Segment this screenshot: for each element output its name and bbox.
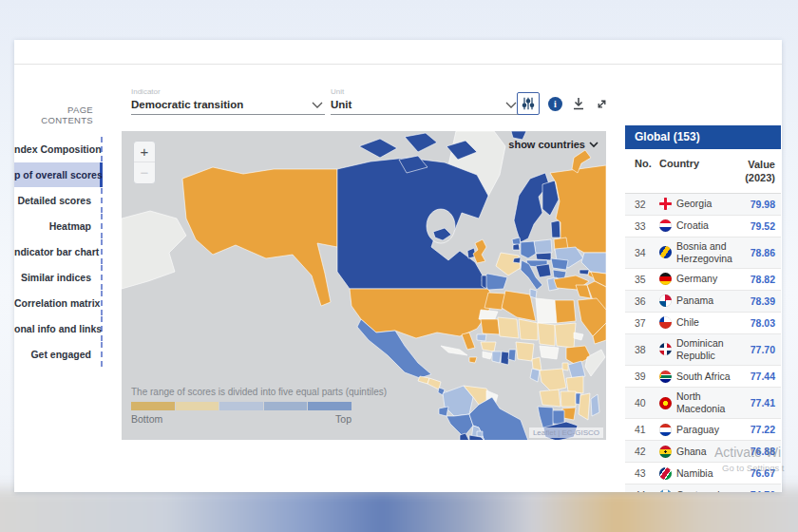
sidebar-item-4[interactable]: ndicator bar chart bbox=[14, 239, 103, 264]
panama-flag-icon bbox=[659, 294, 672, 307]
filter-sliders-button[interactable] bbox=[517, 92, 540, 115]
legend-description: The range of scores is divided into five… bbox=[131, 387, 387, 397]
desktop-background-band bbox=[0, 488, 798, 532]
ranking-table-panel: Global (153) No. Country Value (2023) 32… bbox=[625, 125, 781, 492]
table-row-germany[interactable]: 35Germany78.82 bbox=[625, 269, 781, 291]
page-top-bar bbox=[14, 40, 782, 65]
show-countries-dropdown[interactable]: show countries bbox=[508, 139, 598, 150]
show-countries-label: show countries bbox=[508, 139, 585, 150]
legend-bottom-label: Bottom bbox=[131, 413, 162, 425]
legend-segment-5 bbox=[308, 402, 352, 410]
country-value: 77.44 bbox=[739, 370, 775, 382]
country-name: Bosnia and Herzegovina bbox=[676, 240, 739, 265]
table-row-north-macedonia[interactable]: 40North Macedonia77.41 bbox=[625, 388, 781, 419]
sidebar-item-3[interactable]: Heatmap bbox=[14, 214, 103, 238]
sidebar-item-8[interactable]: Get engaged bbox=[14, 342, 103, 367]
unit-select[interactable]: Unit Unit bbox=[331, 87, 519, 115]
country-name: Guatemala bbox=[676, 489, 739, 492]
filter-sliders-icon bbox=[521, 96, 536, 111]
country-name: Paraguay bbox=[676, 424, 739, 436]
column-value: Value (2023) bbox=[735, 158, 775, 185]
country-name: Namibia bbox=[676, 467, 739, 480]
table-row-south-africa[interactable]: 39South Africa77.44 bbox=[625, 366, 781, 388]
download-button[interactable] bbox=[571, 96, 586, 111]
sidebar-item-6[interactable]: Correlation matrix bbox=[14, 291, 103, 315]
country-value: 78.82 bbox=[739, 274, 775, 285]
guatemala-flag-icon bbox=[659, 489, 672, 492]
sidebar-item-7[interactable]: onal info and links bbox=[14, 316, 103, 341]
rank-number: 41 bbox=[635, 424, 659, 435]
rank-number: 32 bbox=[635, 199, 659, 210]
chevron-down-icon bbox=[505, 102, 517, 109]
column-no: No. bbox=[635, 158, 659, 169]
info-icon[interactable] bbox=[548, 97, 562, 111]
country-value: 79.98 bbox=[739, 199, 775, 210]
country-value: 77.41 bbox=[739, 397, 775, 408]
fullscreen-button[interactable] bbox=[595, 97, 609, 111]
zoom-out-button[interactable]: − bbox=[134, 162, 155, 182]
map-legend: The range of scores is divided into five… bbox=[131, 387, 387, 425]
table-row-bosnia-and-herzegovina[interactable]: 34Bosnia and Herzegovina78.86 bbox=[625, 238, 781, 269]
south-africa-flag-icon bbox=[659, 370, 672, 383]
table-row-paraguay[interactable]: 41Paraguay77.22 bbox=[625, 419, 781, 441]
ghana-flag-icon bbox=[659, 446, 672, 458]
map-toolbar-icons bbox=[517, 92, 609, 115]
table-row-dominican-republic[interactable]: 38Dominican Republic77.70 bbox=[625, 334, 781, 366]
indicator-value: Democratic transition bbox=[131, 99, 243, 110]
legend-segment-3 bbox=[219, 402, 263, 410]
country-value: 76.88 bbox=[739, 446, 775, 457]
indicator-select[interactable]: Indicator Democratic transition bbox=[131, 87, 325, 115]
sidebar-item-2[interactable]: Detailed scores bbox=[14, 188, 103, 213]
sidebar-item-5[interactable]: Similar indices bbox=[14, 265, 103, 290]
country-value: 76.67 bbox=[739, 467, 775, 479]
country-name: Panama bbox=[676, 294, 739, 307]
rank-number: 39 bbox=[635, 370, 659, 382]
sidebar-title: PAGE CONTENTS bbox=[14, 104, 103, 125]
georgia-flag-icon bbox=[659, 198, 672, 210]
germany-flag-icon bbox=[659, 273, 672, 285]
zoom-in-button[interactable]: + bbox=[134, 142, 155, 162]
page-contents-sidebar: PAGE CONTENTS ndex Compositionp of overa… bbox=[14, 104, 103, 368]
choropleth-world-map[interactable]: + − show countries The range of scores i… bbox=[122, 131, 606, 440]
country-value: 77.22 bbox=[739, 424, 775, 435]
croatia-flag-icon bbox=[659, 219, 672, 232]
country-name: Dominican Republic bbox=[676, 337, 739, 362]
rank-number: 40 bbox=[635, 397, 659, 408]
rank-number: 34 bbox=[635, 247, 659, 258]
chile-flag-icon bbox=[659, 316, 672, 329]
country-name: Georgia bbox=[676, 198, 739, 210]
indicator-label: Indicator bbox=[131, 87, 325, 96]
country-value: 79.52 bbox=[739, 220, 775, 232]
namibia-flag-icon bbox=[659, 467, 672, 480]
rank-number: 36 bbox=[635, 295, 659, 307]
table-row-croatia[interactable]: 33Croatia79.52 bbox=[625, 216, 781, 238]
table-row-georgia[interactable]: 32Georgia79.98 bbox=[625, 194, 781, 216]
country-name: South Africa bbox=[676, 370, 739, 383]
table-row-namibia[interactable]: 43Namibia76.67 bbox=[625, 463, 781, 484]
sidebar-item-list: ndex Compositionp of overall scoresDetai… bbox=[14, 137, 103, 367]
sidebar-item-0[interactable]: ndex Composition bbox=[14, 137, 103, 162]
unit-value: Unit bbox=[331, 99, 352, 110]
table-row-chile[interactable]: 37Chile78.03 bbox=[625, 313, 781, 334]
rank-number: 37 bbox=[635, 317, 659, 329]
country-name: Croatia bbox=[676, 219, 739, 232]
table-column-headers: No. Country Value (2023) bbox=[625, 149, 781, 194]
chevron-down-icon bbox=[312, 102, 323, 109]
sidebar-item-1[interactable]: p of overall scores bbox=[14, 162, 103, 187]
table-row-panama[interactable]: 36Panama78.39 bbox=[625, 291, 781, 313]
table-row-ghana[interactable]: 42Ghana76.88 bbox=[625, 441, 781, 463]
map-attribution: Leaflet | EC-GISCO bbox=[529, 428, 603, 438]
bosnia-and-herzegovina-flag-icon bbox=[659, 246, 672, 258]
page-card: PAGE CONTENTS ndex Compositionp of overa… bbox=[14, 40, 782, 492]
dominican-republic-flag-icon bbox=[659, 343, 672, 355]
rank-number: 42 bbox=[635, 446, 659, 457]
fullscreen-icon bbox=[595, 97, 609, 111]
country-value: 78.03 bbox=[739, 317, 775, 329]
country-name: Ghana bbox=[676, 446, 739, 458]
table-row-guatemala[interactable]: 44Guatemala74.76 bbox=[625, 484, 781, 492]
country-name: Chile bbox=[676, 316, 739, 329]
table-title: Global (153) bbox=[625, 125, 781, 149]
rank-number: 44 bbox=[635, 489, 659, 492]
map-zoom-control: + − bbox=[133, 141, 156, 184]
table-body: 32Georgia79.9833Croatia79.5234Bosnia and… bbox=[625, 194, 781, 492]
